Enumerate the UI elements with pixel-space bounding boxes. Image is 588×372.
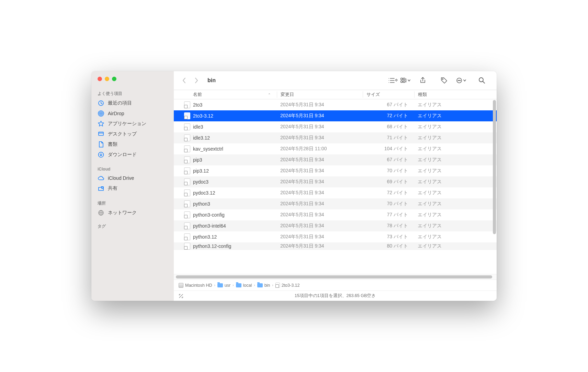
path-bar: Macintosh HD›usr›local›bin›2to3-3.12 — [174, 280, 497, 291]
sidebar-item[interactable]: ネットワーク — [91, 208, 174, 218]
file-row[interactable]: pip32024年5月31日 9:3467 バイトエイリアス — [174, 154, 497, 165]
file-row[interactable]: python3-intel642024年5月31日 9:3478 バイトエイリア… — [174, 220, 497, 231]
file-row[interactable]: python3-config2024年5月31日 9:3477 バイトエイリアス — [174, 209, 497, 220]
sidebar-item[interactable]: アプリケーション — [91, 119, 174, 129]
sidebar-item[interactable]: iCloud Drive — [91, 173, 174, 183]
file-name: python3 — [193, 201, 210, 207]
vertical-scrollbar[interactable] — [493, 100, 496, 234]
maximize-button[interactable] — [112, 77, 116, 81]
file-name: python3-intel64 — [193, 223, 226, 229]
file-kind: エイリアス — [414, 168, 497, 174]
chevron-right-icon: › — [272, 283, 273, 287]
file-kind: エイリアス — [414, 179, 497, 185]
file-list[interactable]: 2to32024年5月31日 9:3467 バイトエイリアス2to3-3.122… — [174, 99, 497, 274]
shared-icon — [98, 185, 104, 192]
file-row[interactable]: python3.122024年5月31日 9:3473 バイトエイリアス — [174, 231, 497, 242]
file-kind: エイリアス — [414, 243, 497, 249]
file-name: python3.12-config — [193, 243, 231, 249]
file-size: 77 バイト — [363, 212, 414, 218]
sidebar-item-label: ネットワーク — [108, 210, 137, 216]
sidebar-item[interactable]: デスクトップ — [91, 129, 174, 139]
file-row[interactable]: idle3.122024年5月31日 9:3471 バイトエイリアス — [174, 132, 497, 143]
sidebar-item[interactable]: 共有 — [91, 183, 174, 194]
file-row[interactable]: pydoc32024年5月31日 9:3469 バイトエイリアス — [174, 176, 497, 187]
file-date: 2024年5月31日 9:34 — [277, 157, 363, 163]
file-kind: エイリアス — [414, 157, 497, 163]
search-button[interactable] — [476, 75, 488, 86]
sidebar-item[interactable]: 最近の項目 — [91, 98, 174, 108]
alias-file-icon — [184, 167, 190, 174]
chevron-right-icon: › — [214, 283, 215, 287]
sidebar-item-label: 最近の項目 — [108, 100, 132, 106]
file-row[interactable]: pip3.122024年5月31日 9:3470 バイトエイリアス — [174, 165, 497, 176]
file-date: 2024年5月31日 9:34 — [277, 212, 363, 218]
sidebar-item-label: 共有 — [108, 185, 117, 192]
file-kind: エイリアス — [414, 102, 497, 108]
path-label: Macintosh HD — [185, 283, 212, 288]
svg-rect-20 — [403, 81, 405, 83]
horizontal-scrollbar[interactable] — [174, 274, 497, 280]
file-date: 2024年5月31日 9:34 — [277, 135, 363, 141]
file-date: 2024年5月31日 9:34 — [277, 168, 363, 174]
group-button[interactable] — [400, 77, 411, 84]
share-button[interactable] — [417, 75, 429, 86]
path-segment[interactable]: Macintosh HD — [179, 283, 212, 288]
file-name: idle3.12 — [193, 135, 210, 141]
sidebar-item-label: 書類 — [108, 141, 117, 147]
sidebar: よく使う項目最近の項目AirDropアプリケーションデスクトップ書類ダウンロード… — [91, 71, 174, 301]
file-row[interactable]: 2to3-3.122024年5月31日 9:3472 バイトエイリアス — [174, 110, 497, 121]
file-date: 2024年5月31日 9:34 — [277, 201, 363, 207]
content-area: bin — [174, 71, 497, 301]
status-bar: 15項目中の1項目を選択、263.65 GB空き — [174, 291, 497, 301]
path-collapse-icon[interactable] — [179, 294, 183, 298]
file-row[interactable]: pydoc3.122024年5月31日 9:3472 バイトエイリアス — [174, 187, 497, 198]
file-name: idle3 — [193, 124, 203, 130]
column-header-name[interactable]: 名前⌃ — [174, 91, 277, 98]
folder-icon — [257, 283, 263, 287]
file-date: 2024年5月31日 9:34 — [277, 124, 363, 130]
status-text: 15項目中の1項目を選択、263.65 GB空き — [295, 293, 376, 299]
file-row[interactable]: python3.12-config2024年5月31日 9:3480 バイトエイ… — [174, 242, 497, 250]
file-kind: エイリアス — [414, 113, 497, 119]
tags-button[interactable] — [438, 75, 450, 86]
file-date: 2024年5月31日 9:34 — [277, 234, 363, 240]
file-name: python3-config — [193, 212, 225, 218]
file-date: 2024年5月31日 9:34 — [277, 190, 363, 196]
back-button[interactable] — [179, 76, 189, 85]
path-label: 2to3-3.12 — [282, 283, 300, 288]
sidebar-item[interactable]: ダウンロード — [91, 150, 174, 160]
tags-header: タグ — [91, 221, 174, 231]
alias-file-icon — [184, 123, 190, 130]
sidebar-item-label: iCloud Drive — [108, 175, 134, 181]
file-size: 68 バイト — [363, 124, 414, 130]
file-row[interactable]: 2to32024年5月31日 9:3467 バイトエイリアス — [174, 99, 497, 110]
sidebar-section-header: よく使う項目 — [91, 89, 174, 98]
path-segment[interactable]: bin — [257, 283, 270, 288]
column-header-kind[interactable]: 種類 — [414, 91, 497, 98]
file-row[interactable]: idle32024年5月31日 9:3468 バイトエイリアス — [174, 121, 497, 132]
finder-window: よく使う項目最近の項目AirDropアプリケーションデスクトップ書類ダウンロード… — [91, 71, 497, 301]
desktop-icon — [98, 131, 104, 138]
sidebar-item[interactable]: 書類 — [91, 139, 174, 150]
action-menu-button[interactable] — [456, 77, 466, 84]
view-mode-button[interactable] — [388, 77, 398, 84]
file-kind: エイリアス — [414, 201, 497, 207]
forward-button[interactable] — [192, 76, 201, 85]
column-header-size[interactable]: サイズ — [363, 91, 414, 98]
svg-rect-19 — [401, 81, 403, 83]
minimize-button[interactable] — [105, 77, 109, 81]
file-size: 67 バイト — [363, 157, 414, 163]
svg-rect-17 — [401, 78, 403, 80]
file-row[interactable]: python32024年5月31日 9:3470 バイトエイリアス — [174, 198, 497, 209]
sidebar-item-label: アプリケーション — [108, 121, 146, 127]
file-date: 2024年5月31日 9:34 — [277, 179, 363, 185]
close-button[interactable] — [98, 77, 102, 81]
sidebar-item[interactable]: AirDrop — [91, 108, 174, 119]
path-segment[interactable]: local — [236, 283, 252, 288]
path-segment[interactable]: 2to3-3.12 — [275, 283, 300, 288]
column-header-modified[interactable]: 変更日 — [277, 91, 363, 98]
file-size: 69 バイト — [363, 179, 414, 185]
sidebar-item-label: AirDrop — [108, 111, 124, 116]
file-row[interactable]: kav_sysextctrl2024年5月28日 11:00104 バイトエイリ… — [174, 143, 497, 154]
path-segment[interactable]: usr — [217, 283, 230, 288]
